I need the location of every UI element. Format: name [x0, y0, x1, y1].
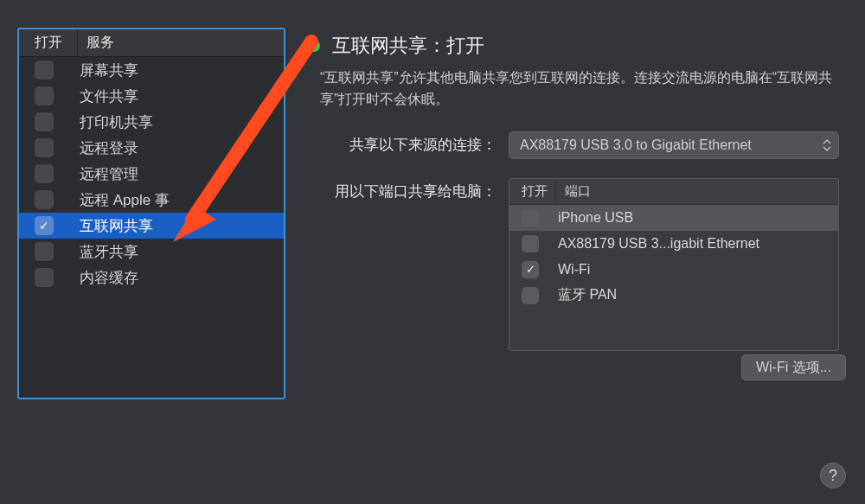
service-checkbox[interactable]: ✓ [35, 216, 54, 235]
port-checkbox[interactable]: ✓ [522, 209, 539, 226]
help-icon: ? [829, 467, 837, 485]
ports-header-on: 打开 [509, 179, 556, 204]
sharing-title-line: 互联网共享：打开 [308, 33, 848, 59]
service-checkbox[interactable]: ✓ [35, 61, 54, 80]
service-label: 远程登录 [80, 138, 138, 158]
services-panel: 打开 服务 ✓屏幕共享✓文件共享✓打印机共享✓远程登录✓远程管理✓远程 Appl… [17, 28, 285, 399]
service-row[interactable]: ✓互联网共享 [19, 213, 284, 239]
service-label: 远程管理 [80, 164, 138, 184]
chevron-updown-icon [823, 138, 831, 152]
service-row[interactable]: ✓远程登录 [19, 135, 284, 161]
service-row[interactable]: ✓文件共享 [19, 83, 284, 109]
service-row[interactable]: ✓打印机共享 [19, 109, 284, 135]
source-row: 共享以下来源的连接： AX88179 USB 3.0 to Gigabit Et… [320, 131, 848, 159]
port-checkbox[interactable]: ✓ [522, 261, 539, 278]
port-label: Wi-Fi [558, 262, 590, 278]
sharing-title: 互联网共享：打开 [332, 33, 484, 59]
ports-list: ✓iPhone USB✓AX88179 USB 3...igabit Ether… [509, 205, 838, 309]
ports-header-port: 端口 [556, 183, 591, 200]
help-button[interactable]: ? [820, 463, 846, 488]
port-label: iPhone USB [558, 210, 633, 226]
source-dropdown-value: AX88179 USB 3.0 to Gigabit Ethernet [520, 137, 752, 153]
service-label: 文件共享 [80, 86, 138, 106]
service-checkbox[interactable]: ✓ [35, 190, 54, 209]
port-checkbox[interactable]: ✓ [522, 287, 539, 304]
ports-row: 用以下端口共享给电脑： 打开 端口 ✓iPhone USB✓AX88179 US… [320, 178, 848, 351]
port-row[interactable]: ✓蓝牙 PAN [509, 283, 838, 309]
service-label: 蓝牙共享 [80, 242, 138, 262]
wifi-options-button[interactable]: Wi-Fi 选项... [741, 354, 846, 380]
source-dropdown[interactable]: AX88179 USB 3.0 to Gigabit Ethernet [509, 131, 839, 159]
port-row[interactable]: ✓Wi-Fi [509, 257, 838, 283]
service-row[interactable]: ✓屏幕共享 [19, 57, 284, 83]
service-label: 互联网共享 [80, 216, 153, 236]
port-row[interactable]: ✓AX88179 USB 3...igabit Ethernet [509, 231, 838, 257]
service-label: 屏幕共享 [80, 61, 138, 80]
wifi-options-label: Wi-Fi 选项... [756, 359, 831, 377]
ports-table-pad [509, 309, 838, 350]
sharing-description: “互联网共享”允许其他电脑共享您到互联网的连接。连接交流电源的电脑在“互联网共享… [320, 67, 839, 111]
details-pane: 互联网共享：打开 “互联网共享”允许其他电脑共享您到互联网的连接。连接交流电源的… [303, 33, 848, 351]
service-label: 打印机共享 [80, 112, 153, 132]
source-label: 共享以下来源的连接： [320, 135, 497, 155]
port-checkbox[interactable]: ✓ [522, 235, 539, 252]
service-checkbox[interactable]: ✓ [35, 164, 54, 183]
service-checkbox[interactable]: ✓ [35, 86, 54, 105]
ports-header: 打开 端口 [509, 179, 838, 205]
services-header-service: 服务 [78, 34, 114, 52]
service-checkbox[interactable]: ✓ [35, 268, 54, 287]
check-icon: ✓ [526, 263, 535, 276]
service-row[interactable]: ✓远程管理 [19, 161, 284, 187]
service-row[interactable]: ✓远程 Apple 事 [19, 187, 284, 213]
ports-label: 用以下端口共享给电脑： [320, 178, 497, 351]
port-label: AX88179 USB 3...igabit Ethernet [558, 236, 759, 252]
service-label: 内容缓存 [80, 268, 138, 288]
service-row[interactable]: ✓内容缓存 [19, 265, 284, 290]
port-row[interactable]: ✓iPhone USB [509, 205, 838, 231]
services-header: 打开 服务 [19, 29, 284, 57]
service-checkbox[interactable]: ✓ [35, 138, 54, 157]
service-row[interactable]: ✓蓝牙共享 [19, 239, 284, 265]
port-label: 蓝牙 PAN [558, 286, 617, 304]
services-list: ✓屏幕共享✓文件共享✓打印机共享✓远程登录✓远程管理✓远程 Apple 事✓互联… [19, 57, 284, 290]
service-label: 远程 Apple 事 [80, 190, 170, 210]
ports-table: 打开 端口 ✓iPhone USB✓AX88179 USB 3...igabit… [509, 178, 839, 351]
services-header-on: 打开 [19, 29, 78, 56]
status-dot-icon [308, 40, 320, 52]
service-checkbox[interactable]: ✓ [35, 112, 54, 131]
check-icon: ✓ [39, 219, 49, 233]
service-checkbox[interactable]: ✓ [35, 242, 54, 261]
